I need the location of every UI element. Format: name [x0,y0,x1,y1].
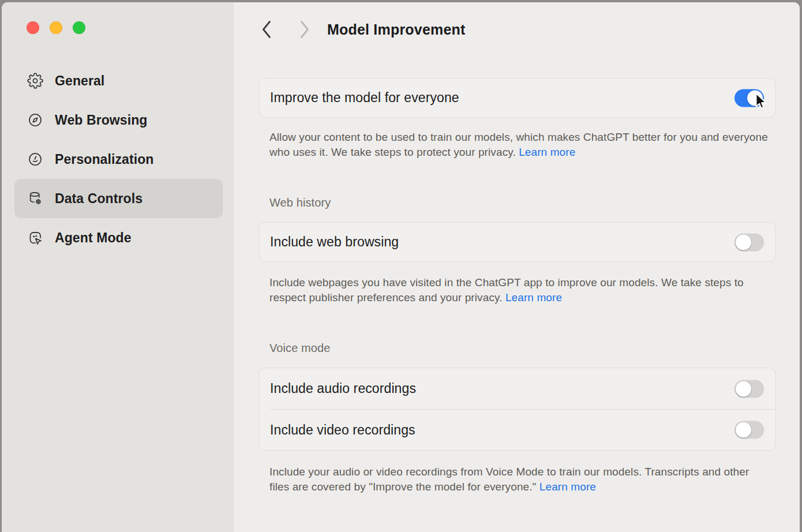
sidebar-item-label: Agent Mode [55,230,132,246]
sidebar: General Web Browsing [2,2,234,532]
include-web-browsing-label: Include web browsing [270,234,399,250]
toggle-knob [747,90,763,106]
description-text: Include your audio or video recordings f… [269,466,749,493]
page-title: Model Improvement [327,21,466,38]
learn-more-link[interactable]: Learn more [519,146,575,158]
sidebar-item-general[interactable]: General [14,61,223,100]
zoom-button[interactable] [73,21,85,34]
main-panel: Model Improvement Improve the model for … [234,2,800,532]
close-button[interactable] [27,21,39,34]
sidebar-item-label: Personalization [55,152,153,167]
compass-icon [27,112,43,128]
settings-window: General Web Browsing [1,2,800,532]
sidebar-item-label: Data Controls [55,191,143,207]
include-video-row: Include video recordings [259,410,775,450]
improve-model-label: Improve the model for everyone [270,90,459,106]
forward-button[interactable] [299,20,310,39]
web-history-description: Include webpages you have visited in the… [269,275,770,306]
minimize-button[interactable] [50,21,62,34]
sidebar-item-agent-mode[interactable]: Agent Mode [14,218,223,257]
toggle-knob [736,234,751,250]
sidebar-item-web-browsing[interactable]: Web Browsing [14,100,223,140]
sidebar-item-data-controls[interactable]: Data Controls [14,179,223,218]
improve-model-toggle[interactable] [734,89,764,107]
model-improvement-card: Improve the model for everyone [258,78,776,118]
toggle-knob [736,422,751,438]
include-web-browsing-toggle[interactable] [734,233,764,251]
improve-model-description: Allow your content to be used to train o… [269,130,770,160]
learn-more-link[interactable]: Learn more [505,291,562,304]
sidebar-item-label: Web Browsing [55,113,148,128]
gear-icon [27,73,43,89]
back-button[interactable] [261,20,272,39]
web-history-card: Include web browsing [258,222,776,262]
database-gear-icon [27,190,43,207]
include-audio-row: Include audio recordings [259,368,775,409]
clock-icon [27,151,43,167]
include-video-label: Include video recordings [270,422,415,438]
include-audio-toggle[interactable] [734,380,764,398]
agent-face-icon [27,230,43,246]
include-audio-label: Include audio recordings [270,381,416,396]
desktop-backdrop: General Web Browsing [0,0,802,532]
include-video-toggle[interactable] [734,421,764,439]
sidebar-item-personalization[interactable]: Personalization [14,140,223,179]
improve-model-row: Improve the model for everyone [259,78,775,117]
learn-more-link[interactable]: Learn more [539,481,596,493]
voice-mode-section-label: Voice mode [269,342,331,355]
voice-mode-description: Include your audio or video recordings f… [269,464,770,495]
sidebar-item-label: General [55,73,104,89]
traffic-lights [27,21,85,34]
sidebar-nav: General Web Browsing [14,61,223,257]
web-history-section-label: Web history [269,196,331,209]
voice-mode-card: Include audio recordings Include video r… [258,368,776,451]
toggle-knob [736,381,751,396]
include-web-browsing-row: Include web browsing [259,223,775,261]
